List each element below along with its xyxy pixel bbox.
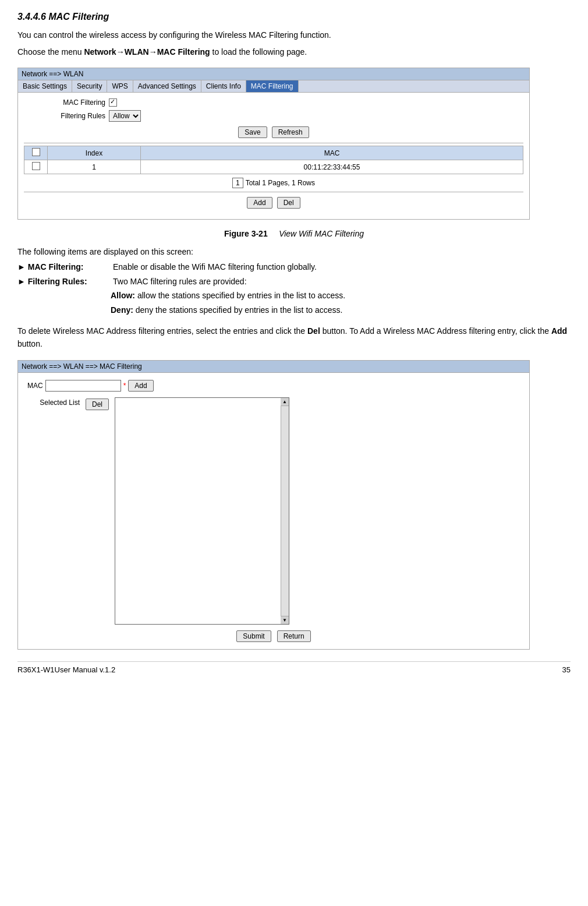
selected-list-box[interactable]: ▲ ▼ xyxy=(115,397,289,625)
mac-input[interactable] xyxy=(45,380,121,392)
mac-filtering-control xyxy=(109,98,117,107)
scrollbar-right[interactable]: ▲ ▼ xyxy=(281,398,289,624)
desc-item-1: ► MAC Filtering: Enable or disable the W… xyxy=(17,260,571,273)
add-del-row: Add Del xyxy=(24,197,523,209)
selected-del-button[interactable]: Del xyxy=(86,399,109,410)
save-button[interactable]: Save xyxy=(238,126,267,138)
filtering-rules-select[interactable]: Allow Deny xyxy=(109,110,141,122)
header-checkbox[interactable] xyxy=(32,148,40,156)
tab-basic-settings[interactable]: Basic Settings xyxy=(18,80,72,92)
tab-security[interactable]: Security xyxy=(72,80,107,92)
desc-bullet-1: ► MAC Filtering: xyxy=(17,260,111,273)
row-checkbox[interactable] xyxy=(32,162,40,170)
row-check xyxy=(24,160,48,174)
scrollbar-up-arrow[interactable]: ▲ xyxy=(281,398,289,406)
router-panel-2: Network ==> WLAN ==> MAC Filtering MAC *… xyxy=(17,360,530,650)
scrollbar-down-arrow[interactable]: ▼ xyxy=(281,616,289,624)
mac-filtering-row: MAC Filtering xyxy=(24,98,523,107)
menu-path-suffix: to load the following page. xyxy=(210,47,307,57)
mac-add-row: MAC * Add xyxy=(27,380,520,392)
desc-sub-allow: Allow: allow the stations specified by e… xyxy=(111,289,571,316)
panel2-add-button[interactable]: Add xyxy=(128,380,153,392)
deny-desc: deny the stations specified by entries i… xyxy=(133,305,343,315)
figure-caption: Figure 3-21 View Wifi MAC Filtering xyxy=(17,229,571,238)
mac-filtering-label: MAC Filtering xyxy=(24,98,105,107)
tab-bar: Basic Settings Security WPS Advanced Set… xyxy=(18,80,529,93)
footer-text1: To delete Wireless MAC Address filtering… xyxy=(17,326,307,336)
footer-right: 35 xyxy=(562,665,571,674)
description-block: The following items are displayed on thi… xyxy=(17,245,571,316)
footer-del-bold: Del xyxy=(307,326,320,336)
footer-paragraph: To delete Wireless MAC Address filtering… xyxy=(17,325,571,351)
row-mac: 00:11:22:33:44:55 xyxy=(141,160,523,174)
tab-mac-filtering[interactable]: MAC Filtering xyxy=(246,80,299,92)
table-row: 1 00:11:22:33:44:55 xyxy=(24,160,523,174)
footer-add-bold: Add xyxy=(551,326,567,336)
desc-content-1: Enable or disable the Wifi MAC filtering… xyxy=(113,260,571,273)
col-mac-header: MAC xyxy=(141,146,523,160)
footer-text3: button. xyxy=(17,339,42,348)
figure-label: Figure 3-21 xyxy=(224,229,268,238)
return-button[interactable]: Return xyxy=(277,630,311,642)
col-index-header: Index xyxy=(48,146,141,160)
filtering-rules-row: Filtering Rules Allow Deny xyxy=(24,110,523,122)
divider-2 xyxy=(24,192,523,192)
mac-filtering-checkbox[interactable] xyxy=(109,98,117,107)
page-footer: R36X1-W1User Manual v.1.2 35 xyxy=(17,661,571,674)
desc-item-2: ► Filtering Rules: Two MAC filtering rul… xyxy=(17,275,571,288)
allow-term: Allow: xyxy=(111,291,135,300)
divider-1 xyxy=(24,143,523,143)
tab-wps[interactable]: WPS xyxy=(107,80,133,92)
panel1-title: Network ==> WLAN xyxy=(18,68,529,80)
tab-advanced-settings[interactable]: Advanced Settings xyxy=(133,80,201,92)
refresh-button[interactable]: Refresh xyxy=(272,126,309,138)
required-star: * xyxy=(123,382,126,390)
add-button[interactable]: Add xyxy=(247,197,272,209)
desc-content-2: Two MAC filtering rules are provided: xyxy=(113,275,571,288)
selected-list-label: Selected List xyxy=(27,397,80,407)
mac-table: Index MAC 1 00:11:22:33:44:55 xyxy=(24,146,523,174)
filtering-rules-control: Allow Deny xyxy=(109,110,141,122)
allow-desc: allow the stations specified by entries … xyxy=(135,291,345,300)
pagination-row: 1 Total 1 Pages, 1 Rows xyxy=(24,178,523,188)
footer-text2: button. To Add a Wireless MAC Address fi… xyxy=(320,326,551,336)
desc-sub-deny-text: Deny: deny the stations specified by ent… xyxy=(111,304,571,316)
row-index: 1 xyxy=(48,160,141,174)
filtering-rules-label: Filtering Rules xyxy=(24,112,105,120)
panel2-body: MAC * Add Selected List Del ▲ ▼ Submit R… xyxy=(18,373,529,649)
router-panel-1: Network ==> WLAN Basic Settings Security… xyxy=(17,68,530,220)
submit-button[interactable]: Submit xyxy=(236,630,271,642)
desc-sub-allow-text: Allow: allow the stations specified by e… xyxy=(111,289,571,302)
footer-left: R36X1-W1User Manual v.1.2 xyxy=(17,665,115,674)
pagination-text: Total 1 Pages, 1 Rows xyxy=(246,179,315,187)
save-refresh-row: Save Refresh xyxy=(24,126,523,138)
col-check-header xyxy=(24,146,48,160)
intro-text-1: You can control the wireless access by c… xyxy=(17,29,571,41)
figure-caption-text: View Wifi MAC Filtering xyxy=(279,229,364,238)
desc-intro: The following items are displayed on thi… xyxy=(17,245,571,258)
deny-term: Deny: xyxy=(111,305,133,315)
menu-path: Choose the menu Network→WLAN→MAC Filteri… xyxy=(17,46,571,58)
menu-path-prefix: Choose the menu xyxy=(17,47,84,57)
tab-clients-info[interactable]: Clients Info xyxy=(201,80,246,92)
del-button[interactable]: Del xyxy=(277,197,300,209)
menu-path-bold: Network→WLAN→MAC Filtering xyxy=(84,47,210,57)
selected-list-area: Selected List Del ▲ ▼ xyxy=(27,397,520,625)
page-num-box: 1 xyxy=(232,178,243,188)
panel2-title: Network ==> WLAN ==> MAC Filtering xyxy=(18,361,529,373)
submit-return-row: Submit Return xyxy=(27,630,520,642)
panel1-body: MAC Filtering Filtering Rules Allow Deny… xyxy=(18,93,529,219)
desc-bullet-2: ► Filtering Rules: xyxy=(17,275,111,288)
section-title: 3.4.4.6 MAC Filtering xyxy=(17,12,571,22)
mac-label: MAC xyxy=(27,382,43,390)
del-btn-area: Del xyxy=(86,397,109,410)
